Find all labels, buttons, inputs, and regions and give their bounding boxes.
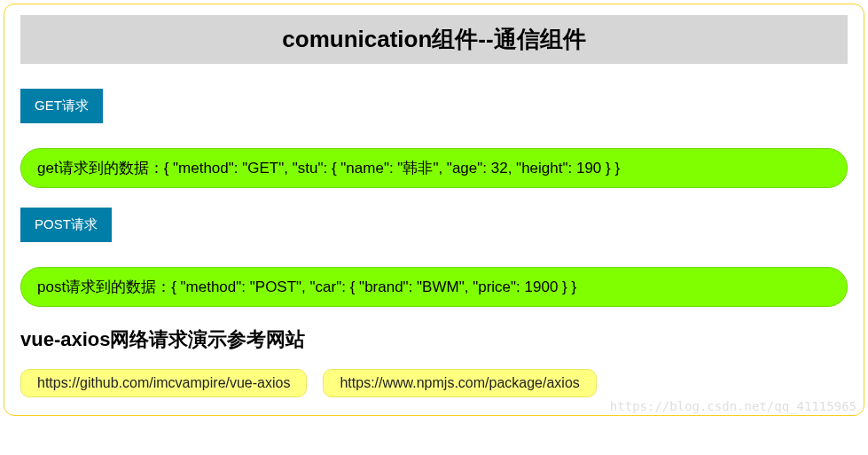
- post-data-prefix: post请求到的数据：: [37, 278, 171, 295]
- page-header: comunication组件--通信组件: [20, 15, 848, 64]
- get-data-box: get请求到的数据：{ "method": "GET", "stu": { "n…: [20, 148, 848, 188]
- get-data-json: { "method": "GET", "stu": { "name": "韩非"…: [164, 160, 620, 177]
- post-request-button[interactable]: POST请求: [20, 208, 112, 242]
- links-row: https://github.com/imcvampire/vue-axios …: [20, 369, 848, 397]
- watermark: https://blog.csdn.net/qq_41115965: [610, 399, 856, 413]
- github-link[interactable]: https://github.com/imcvampire/vue-axios: [20, 369, 307, 397]
- post-data-json: { "method": "POST", "car": { "brand": "B…: [171, 278, 576, 295]
- npm-link[interactable]: https://www.npmjs.com/package/axios: [323, 369, 596, 397]
- page-title: comunication组件--通信组件: [20, 24, 848, 55]
- get-request-button[interactable]: GET请求: [20, 89, 103, 123]
- main-container: comunication组件--通信组件 GET请求 get请求到的数据：{ "…: [4, 4, 864, 416]
- reference-subtitle: vue-axios网络请求演示参考网站: [20, 326, 848, 353]
- get-data-prefix: get请求到的数据：: [37, 160, 164, 177]
- post-data-box: post请求到的数据：{ "method": "POST", "car": { …: [20, 267, 848, 307]
